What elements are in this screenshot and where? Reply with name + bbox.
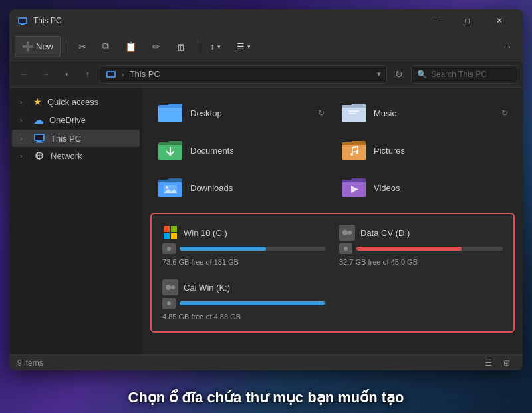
sort-chevron: ▾	[217, 43, 221, 50]
drive-d-size: 32.7 GB free of 45.0 GB	[339, 258, 503, 266]
title-bar: This PC ─ □ ✕	[9, 9, 523, 32]
videos-folder-label: Videos	[374, 183, 400, 193]
refresh-icon-documents: ↻	[501, 108, 508, 118]
sort-button[interactable]: ↕ ▾	[203, 36, 227, 57]
forward-button[interactable]: →	[36, 65, 55, 84]
drive-c-hdd-icon	[162, 243, 176, 254]
desktop-folder-icon	[157, 101, 184, 125]
plus-icon: ➕	[22, 41, 33, 52]
svg-rect-20	[164, 226, 170, 232]
copy-button[interactable]: ⧉	[96, 36, 116, 57]
more-icon: ···	[503, 41, 511, 51]
paste-icon: 📋	[125, 41, 136, 52]
toolbar: ➕ New ✂ ⧉ 📋 ✏ 🗑 ↕ ▾ ☰ ▾ ···	[9, 32, 523, 61]
address-bar: ← → ▾ ↑ › This PC ▾ ↻ 🔍 Search This PC	[9, 61, 523, 88]
drive-k[interactable]: Cài Win (K:) 4.85 GB free of 4.88 GB	[160, 277, 329, 323]
cut-icon: ✂	[78, 41, 86, 52]
svg-rect-2	[21, 24, 25, 25]
downloads-folder-icon	[157, 138, 184, 162]
search-icon: 🔍	[417, 70, 427, 79]
status-bar: 9 items ☰ ⊞	[9, 354, 523, 370]
svg-point-16	[356, 152, 358, 154]
sidebar-item-onedrive[interactable]: › ☁ OneDrive	[12, 110, 140, 130]
drive-d[interactable]: Data CV (D:) 32.7 GB free of 45.0 GB	[336, 222, 505, 269]
refresh-icon-desktop: ↻	[318, 108, 325, 118]
drive-d-bar-bg	[356, 247, 503, 251]
documents-folder-label: Music	[374, 108, 396, 118]
address-input[interactable]: › This PC ▾	[100, 65, 387, 84]
drive-c-bar-fill	[180, 247, 266, 251]
minimize-button[interactable]: ─	[420, 9, 451, 32]
chevron-icon: ›	[20, 116, 28, 124]
music-folder-icon	[340, 138, 367, 162]
folder-downloads[interactable]: Documents	[150, 133, 331, 168]
sidebar-label-quick-access: Quick access	[47, 97, 98, 107]
chevron-icon: ›	[20, 152, 28, 160]
svg-rect-14	[348, 113, 356, 114]
list-view-button[interactable]: ☰	[480, 356, 496, 370]
drive-k-bar-wrap	[162, 298, 326, 309]
downloads-folder-label: Documents	[190, 146, 234, 156]
search-placeholder: Search This PC	[431, 70, 487, 79]
pictures-folder-icon	[157, 176, 184, 200]
drive-k-bar-fill	[180, 301, 325, 305]
drive-c[interactable]: Win 10 (C:) 73.6 GB free of 181 GB	[160, 222, 329, 269]
recent-button[interactable]: ▾	[57, 65, 76, 84]
windows-icon	[162, 225, 178, 241]
rename-button[interactable]: ✏	[146, 36, 167, 57]
drive-c-size: 73.6 GB free of 181 GB	[162, 258, 326, 266]
svg-rect-23	[171, 233, 177, 239]
rename-icon: ✏	[152, 41, 160, 52]
sidebar-label-network: Network	[51, 151, 82, 161]
back-button[interactable]: ←	[15, 65, 33, 84]
sidebar-label-onedrive: OneDrive	[49, 115, 86, 125]
copy-icon: ⧉	[102, 41, 109, 52]
drive-k-name: Cài Win (K:)	[184, 283, 230, 293]
delete-icon: 🗑	[176, 41, 186, 52]
maximize-button[interactable]: □	[452, 9, 483, 32]
desktop-folder-label: Desktop	[190, 108, 222, 118]
delete-button[interactable]: 🗑	[170, 36, 192, 57]
svg-rect-6	[35, 135, 43, 140]
folder-documents[interactable]: Music ↻	[334, 96, 515, 130]
folder-music[interactable]: Pictures	[334, 133, 515, 168]
cut-button[interactable]: ✂	[72, 36, 93, 57]
folder-desktop[interactable]: Desktop ↻	[150, 96, 331, 130]
svg-point-15	[350, 153, 353, 156]
item-count: 9 items	[17, 358, 43, 368]
svg-rect-4	[108, 72, 114, 76]
toolbar-separator	[66, 40, 66, 53]
folder-videos[interactable]: Videos	[334, 170, 515, 205]
new-button[interactable]: ➕ New	[15, 36, 61, 57]
more-button[interactable]: ···	[497, 36, 517, 57]
svg-rect-22	[164, 233, 170, 239]
chevron-icon: ›	[20, 98, 28, 106]
folder-pictures[interactable]: Downloads	[150, 170, 331, 205]
file-explorer-window: This PC ─ □ ✕ ➕ New ✂ ⧉ 📋 ✏ 🗑 ↕	[9, 9, 523, 370]
svg-rect-7	[37, 141, 41, 142]
view-icon: ☰	[237, 41, 245, 51]
svg-rect-1	[19, 19, 26, 23]
close-button[interactable]: ✕	[484, 9, 515, 32]
up-button[interactable]: ↑	[78, 65, 97, 84]
cloud-icon: ☁	[33, 114, 44, 126]
drive-k-bar-bg	[180, 301, 326, 305]
view-controls: ☰ ⊞	[480, 356, 515, 370]
drive-d-name: Data CV (D:)	[360, 228, 410, 238]
search-box[interactable]: 🔍 Search This PC	[411, 65, 517, 84]
drive-d-bar-fill	[356, 247, 462, 251]
view-button[interactable]: ☰ ▾	[230, 36, 257, 57]
sidebar-item-quick-access[interactable]: › ★ Quick access	[12, 93, 140, 110]
documents-folder-icon	[340, 101, 367, 125]
file-area: Desktop ↻ Music ↻	[142, 88, 523, 354]
refresh-button[interactable]: ↻	[390, 65, 408, 84]
svg-rect-21	[171, 226, 177, 232]
paste-button[interactable]: 📋	[118, 36, 143, 57]
grid-view-button[interactable]: ⊞	[499, 356, 515, 370]
network-icon	[33, 150, 45, 161]
folders-grid: Desktop ↻ Music ↻	[150, 96, 515, 205]
sidebar-item-network[interactable]: › Network	[12, 147, 140, 164]
drive-c-header: Win 10 (C:)	[162, 225, 326, 241]
drive-d-bar-wrap	[339, 243, 503, 254]
sidebar-item-this-pc[interactable]: › This PC	[12, 130, 140, 147]
